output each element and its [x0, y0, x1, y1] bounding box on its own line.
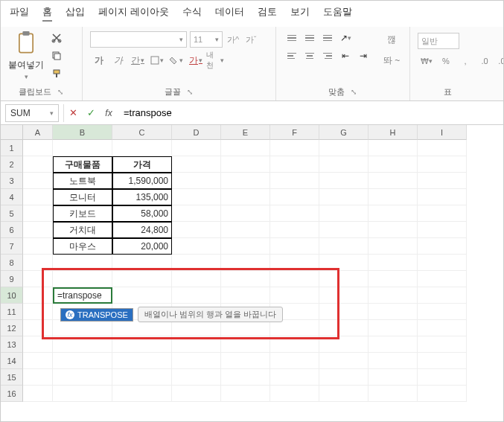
- cell-I4[interactable]: [418, 189, 467, 205]
- cell-I15[interactable]: [418, 369, 467, 386]
- cell-I7[interactable]: [418, 238, 467, 255]
- increase-font-button[interactable]: 가^: [226, 31, 240, 48]
- cell-G7[interactable]: [319, 238, 369, 255]
- formula-suggestion[interactable]: fxTRANSPOSE배열이나 범위의 행과 열을 바꿉니다: [60, 307, 283, 322]
- align-right-button[interactable]: [319, 49, 336, 63]
- cell-F16[interactable]: [270, 386, 319, 402]
- cell-C16[interactable]: [112, 386, 172, 402]
- cell-F4[interactable]: [270, 189, 319, 205]
- cell-A11[interactable]: [23, 304, 53, 320]
- cell-C10[interactable]: [112, 287, 172, 304]
- cell-B8[interactable]: [53, 255, 112, 271]
- row-header-12[interactable]: 12: [1, 320, 23, 336]
- menu-layout[interactable]: 페이지 레이아웃: [98, 5, 169, 22]
- align-bottom-button[interactable]: [319, 31, 336, 45]
- cell-E15[interactable]: [221, 369, 270, 386]
- row-header-8[interactable]: 8: [1, 255, 23, 271]
- cell-F10[interactable]: [270, 287, 319, 304]
- cell-H14[interactable]: [369, 353, 418, 369]
- cell-D10[interactable]: [172, 287, 221, 304]
- align-top-button[interactable]: [284, 31, 300, 45]
- cell-E5[interactable]: [221, 205, 270, 222]
- name-box[interactable]: SUM▾: [5, 104, 59, 122]
- cell-H4[interactable]: [369, 189, 418, 205]
- cell-H8[interactable]: [369, 255, 418, 271]
- clipboard-dialog-launcher[interactable]: ⤡: [56, 88, 65, 96]
- cell-H16[interactable]: [369, 386, 418, 402]
- cell-H6[interactable]: [369, 222, 418, 238]
- menu-home[interactable]: 홈: [42, 5, 52, 22]
- cell-I10[interactable]: [418, 287, 467, 304]
- comma-button[interactable]: ,: [456, 54, 474, 68]
- cell-E8[interactable]: [221, 255, 270, 271]
- cell-A10[interactable]: [23, 287, 53, 304]
- col-header-e[interactable]: E: [221, 125, 270, 140]
- merge-button[interactable]: 똬 ~: [383, 52, 400, 68]
- cell-C5[interactable]: 58,000: [112, 205, 172, 222]
- cell-E9[interactable]: [221, 271, 270, 287]
- cell-I9[interactable]: [418, 271, 467, 287]
- menu-data[interactable]: 데이터: [215, 5, 244, 22]
- cell-F13[interactable]: [270, 336, 319, 353]
- cell-B14[interactable]: [53, 353, 112, 369]
- align-middle-button[interactable]: [302, 31, 318, 45]
- row-header-13[interactable]: 13: [1, 336, 23, 353]
- cell-F1[interactable]: [270, 140, 319, 156]
- cell-I16[interactable]: [418, 386, 467, 402]
- cell-D2[interactable]: [172, 156, 221, 173]
- percent-button[interactable]: %: [437, 54, 455, 68]
- format-painter-icon[interactable]: [50, 67, 63, 80]
- cell-G1[interactable]: [319, 140, 369, 156]
- cell-D16[interactable]: [172, 386, 221, 402]
- fx-button[interactable]: fx: [100, 104, 118, 122]
- menu-insert[interactable]: 삽입: [66, 5, 85, 22]
- row-header-14[interactable]: 14: [1, 353, 23, 369]
- row-header-6[interactable]: 6: [1, 222, 23, 238]
- cell-B6[interactable]: 거치대: [53, 222, 112, 238]
- cell-G5[interactable]: [319, 205, 369, 222]
- cell-F5[interactable]: [270, 205, 319, 222]
- cell-G13[interactable]: [319, 336, 369, 353]
- paste-button[interactable]: 붙여넣기 ▾: [8, 31, 44, 80]
- cell-F8[interactable]: [270, 255, 319, 271]
- col-header-d[interactable]: D: [172, 125, 221, 140]
- cell-I1[interactable]: [418, 140, 467, 156]
- cell-C13[interactable]: [112, 336, 172, 353]
- cell-F7[interactable]: [270, 238, 319, 255]
- cell-I8[interactable]: [418, 255, 467, 271]
- cell-B10[interactable]: =transpose: [53, 287, 112, 304]
- row-header-7[interactable]: 7: [1, 238, 23, 255]
- cell-H5[interactable]: [369, 205, 418, 222]
- menu-formulas[interactable]: 수식: [182, 5, 202, 22]
- cell-H2[interactable]: [369, 156, 418, 173]
- row-header-9[interactable]: 9: [1, 271, 23, 287]
- cell-I11[interactable]: [418, 304, 467, 320]
- confirm-edit-button[interactable]: ✓: [82, 104, 100, 122]
- font-family-select[interactable]: ▾: [90, 31, 187, 48]
- cell-D8[interactable]: [172, 255, 221, 271]
- wrap-text-button[interactable]: 깮: [383, 31, 400, 48]
- cell-A2[interactable]: [23, 156, 53, 173]
- menu-file[interactable]: 파일: [10, 5, 29, 22]
- row-header-16[interactable]: 16: [1, 386, 23, 402]
- cell-E3[interactable]: [221, 173, 270, 189]
- cell-D15[interactable]: [172, 369, 221, 386]
- row-header-11[interactable]: 11: [1, 304, 23, 320]
- cell-C12[interactable]: [112, 320, 172, 336]
- fill-color-button[interactable]: ▾: [168, 52, 185, 68]
- cell-F12[interactable]: [270, 320, 319, 336]
- cell-A4[interactable]: [23, 189, 53, 205]
- cell-B3[interactable]: 노트북: [53, 173, 112, 189]
- col-header-h[interactable]: H: [369, 125, 418, 140]
- cell-C6[interactable]: 24,800: [112, 222, 172, 238]
- cell-E2[interactable]: [221, 156, 270, 173]
- cell-A5[interactable]: [23, 205, 53, 222]
- align-center-button[interactable]: [302, 49, 318, 63]
- cell-F15[interactable]: [270, 369, 319, 386]
- cell-D13[interactable]: [172, 336, 221, 353]
- cell-H12[interactable]: [369, 320, 418, 336]
- underline-button[interactable]: 간▾: [129, 52, 147, 68]
- font-color-button[interactable]: 가▾: [187, 52, 205, 68]
- cell-I2[interactable]: [418, 156, 467, 173]
- cell-G12[interactable]: [319, 320, 369, 336]
